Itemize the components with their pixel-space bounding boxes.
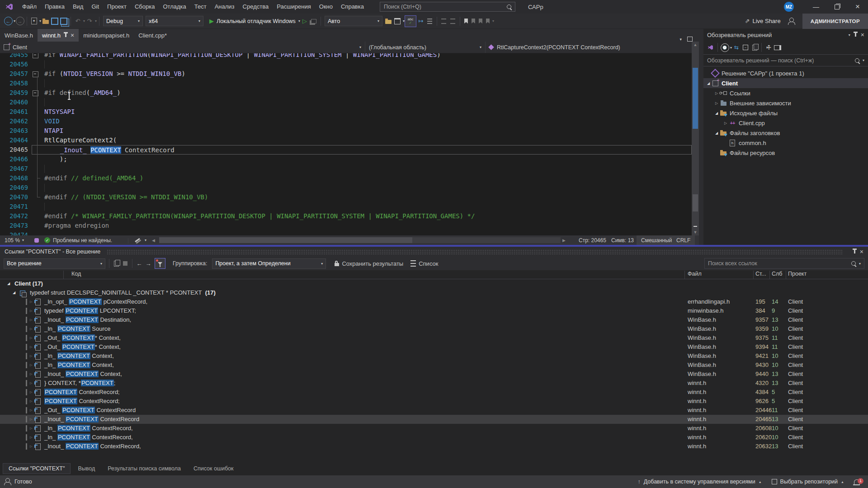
code-line[interactable]: 20472#endif /* WINAPI_FAMILY_PARTITION(W… (0, 211, 692, 221)
grouping-combobox[interactable]: Проект, а затем Определени▾ (212, 258, 326, 269)
navigate-cursor-button[interactable]: ↦ (416, 16, 425, 27)
expanded-icon[interactable]: ◢ (706, 81, 711, 85)
user-avatar[interactable]: MZ (784, 2, 794, 12)
previous-bookmark-icon[interactable] (472, 19, 475, 23)
previous-location-button[interactable]: ← (135, 258, 144, 269)
outline-guide-line[interactable] (37, 178, 40, 197)
reference-result-row[interactable]: ▷_Out_ PCONTEXT* Context,WinBase.h937511… (0, 333, 868, 343)
code-line[interactable]: 20467 (0, 164, 692, 174)
preview-selected-items-button[interactable] (773, 42, 782, 53)
menu-item-сборка[interactable]: Сборка (131, 0, 159, 14)
document-tab[interactable]: WinBase.h (0, 29, 38, 42)
start-debugging-button[interactable]: ▶ Локальный отладчик Windows ▾ (209, 16, 300, 27)
code-line[interactable]: 20459#if defined(_AMD64_) (0, 88, 692, 98)
close-button[interactable]: × (847, 0, 868, 14)
sidebar-item-cpp-file[interactable]: ▷++Client.cpp (703, 118, 868, 128)
code-line[interactable]: 20462VOID (0, 117, 692, 126)
add-to-source-control-button[interactable]: ↑ Добавить в систему управления версиями… (637, 479, 761, 485)
solution-explorer-sync-button[interactable] (384, 16, 393, 27)
references-group-symbol[interactable]: ◢ typedef struct DECLSPEC_NOINITALL _CON… (0, 288, 868, 297)
code-line[interactable]: 20473#pragma endregion (0, 221, 692, 230)
reference-result-row[interactable]: ▷_In_ PCONTEXT SourceWinBase.h935910Clie… (0, 324, 868, 333)
new-project-button[interactable]: ✶ (29, 16, 38, 27)
fold-collapse-icon[interactable] (33, 53, 38, 58)
menu-item-анализ[interactable]: Анализ (211, 0, 239, 14)
reference-result-row[interactable]: ▷_Out_ PCONTEXT* Context,WinBase.h939411… (0, 343, 868, 352)
sidebar-item-h-file[interactable]: hcommon.h (703, 138, 868, 148)
scroll-left-icon[interactable]: ◀ (152, 235, 155, 245)
references-group-project[interactable]: ◢ Client (17) (0, 279, 868, 288)
decrease-indent-button[interactable] (439, 16, 448, 27)
scroll-up-icon[interactable]: ▲ (692, 42, 699, 47)
scroll-down-icon[interactable]: ▼ (692, 230, 699, 235)
collapsed-icon[interactable]: ▷ (30, 415, 32, 424)
zoom-level-dropdown[interactable]: 105 %▾ (5, 235, 24, 245)
document-tab[interactable]: winnt.h× (38, 29, 79, 42)
line-structure-button[interactable] (425, 16, 434, 27)
sidebar-item-folder-filter[interactable]: Файлы ресурсов (703, 148, 868, 158)
project-dropdown[interactable]: Client ▾ (0, 42, 365, 53)
menu-item-проект[interactable]: Проект (103, 0, 131, 14)
collapsed-icon[interactable]: ▷ (30, 297, 32, 306)
minimize-button[interactable]: — (806, 0, 826, 14)
expanded-icon[interactable]: ◢ (714, 111, 719, 115)
code-line[interactable]: 20466 ); (0, 155, 692, 164)
live-share-button[interactable]: ⇗ Live Share (745, 18, 781, 24)
window-layout-button[interactable] (393, 16, 402, 27)
reference-result-row[interactable]: ▷_Out_ PCONTEXT ContextRecordwinnt.h2044… (0, 406, 868, 415)
close-icon[interactable]: × (861, 31, 864, 38)
scrollbar-thumb[interactable] (693, 194, 698, 211)
list-view-button[interactable]: Список (410, 258, 438, 269)
menu-item-окно[interactable]: Окно (315, 0, 337, 14)
column-header-file[interactable]: Файл (688, 271, 702, 277)
next-location-button[interactable]: → (144, 258, 153, 269)
scope-combobox[interactable]: Все решение▾ (4, 258, 105, 269)
expanded-icon[interactable]: ◢ (714, 131, 719, 135)
collapsed-icon[interactable]: ▷ (714, 91, 719, 95)
column-header-line[interactable]: Ст... (755, 271, 766, 277)
filter-toggle-button[interactable] (155, 258, 165, 269)
menu-item-файл[interactable]: Файл (18, 0, 41, 14)
menu-item-правка[interactable]: Правка (41, 0, 69, 14)
switch-views-button[interactable] (706, 42, 715, 53)
document-tab[interactable]: minidumpapiset.h (79, 29, 134, 42)
health-indicator-icon[interactable] (34, 235, 39, 245)
menu-item-git[interactable]: Git (87, 0, 103, 14)
code-line[interactable]: 20474 (0, 230, 692, 235)
pin-icon[interactable] (855, 33, 856, 37)
h-scrollbar-thumb[interactable] (159, 237, 412, 243)
clear-bookmarks-icon[interactable] (486, 19, 490, 23)
menu-item-справка[interactable]: Справка (337, 0, 368, 14)
scroll-right-icon[interactable]: ▶ (562, 235, 566, 245)
close-icon[interactable]: × (860, 248, 863, 255)
collapse-all-button[interactable]: − (741, 42, 750, 53)
collapsed-icon[interactable]: ▷ (30, 442, 32, 451)
close-icon[interactable]: × (71, 32, 74, 38)
collapsed-icon[interactable]: ▷ (30, 361, 32, 370)
solution-explorer-search-input[interactable]: Обозреватель решений — поиск (Ctrl+ж) ▾ (703, 54, 868, 66)
document-list-dropdown[interactable]: ▾ (679, 37, 682, 42)
restore-button[interactable] (826, 0, 847, 14)
reference-result-row[interactable]: ▷_Inout_ PCONTEXT Destination,WinBase.h9… (0, 315, 868, 324)
collapsed-icon[interactable]: ▷ (30, 397, 32, 406)
reference-result-row[interactable]: ▷_In_ PCONTEXT Context,WinBase.h942110Cl… (0, 352, 868, 361)
menu-item-вид[interactable]: Вид (69, 0, 88, 14)
collapsed-icon[interactable]: ▷ (30, 333, 32, 343)
redo-button[interactable]: ↷ (85, 16, 94, 27)
expanded-icon[interactable]: ◢ (7, 279, 10, 288)
save-button[interactable] (50, 16, 59, 27)
sidebar-item-folder-filter[interactable]: ◢Исходные файлы (703, 108, 868, 118)
sign-in-user-button[interactable] (787, 16, 796, 27)
select-repository-button[interactable]: Выбрать репозиторий ▲ (772, 479, 844, 485)
sidebar-item-folder-filter[interactable]: ◢Файлы заголовков (703, 128, 868, 138)
start-without-debugging-button[interactable]: ▷ (300, 16, 309, 27)
collapsed-icon[interactable]: ▷ (30, 343, 32, 352)
redo-dropdown[interactable]: ▾ (95, 19, 97, 23)
copy-button[interactable] (112, 258, 121, 269)
column-header-project[interactable]: Проект (788, 271, 807, 277)
menu-item-отладка[interactable]: Отладка (159, 0, 190, 14)
navigate-back-button[interactable]: ← (4, 16, 13, 27)
problems-indicator[interactable]: ✓ Проблемы не найдены. (44, 235, 112, 245)
reference-result-row[interactable]: ▷_Inout_ PCONTEXT ContextRecord,winnt.h2… (0, 442, 868, 451)
sidebar-item-solution[interactable]: Решение "САРр" (1 проекта 1) (703, 68, 868, 78)
